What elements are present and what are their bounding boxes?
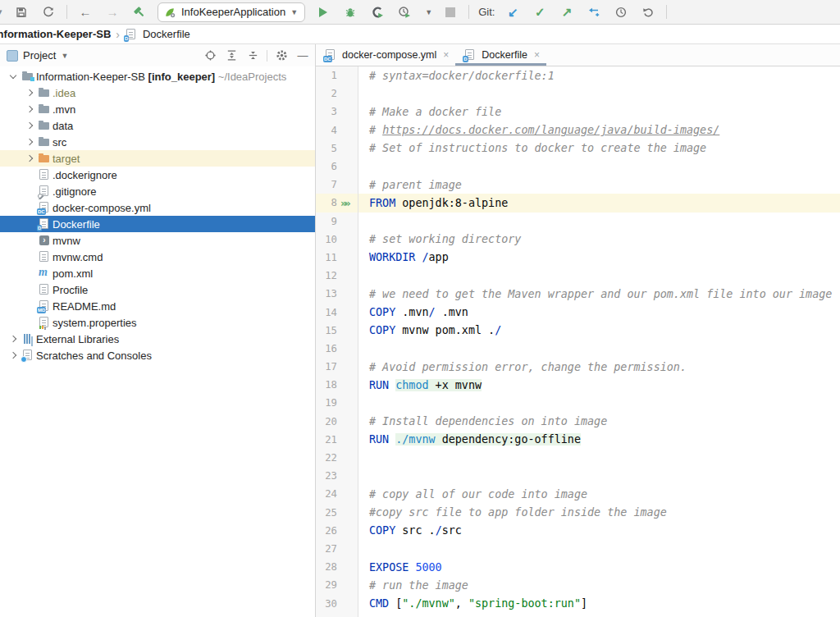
tree-item-readme-md[interactable]: MDREADME.md [0, 298, 315, 314]
git-push-button[interactable]: ↗ [558, 3, 576, 21]
tree-item-mvnw-cmd[interactable]: mvnw.cmd [0, 249, 315, 265]
code-line-10[interactable]: 10# set working directory [316, 231, 840, 249]
code-line-8[interactable]: 8»»FROM openjdk:8-alpine [316, 194, 840, 212]
code-line-29[interactable]: 29# run the image [316, 576, 840, 594]
code-line-23[interactable]: 23 [316, 467, 840, 485]
code-line-28[interactable]: 28EXPOSE 5000 [316, 558, 840, 576]
code-line-20[interactable]: 20# Install dependencies on into image [316, 413, 840, 431]
tab-dockerfile[interactable]: DDockerfile× [455, 44, 546, 66]
gutter[interactable]: 7 [316, 176, 358, 194]
code-line-24[interactable]: 24# copy all of our code into image [316, 485, 840, 503]
collapse-all-button[interactable] [245, 48, 260, 63]
gutter[interactable]: 18 [316, 376, 358, 394]
tree-item-dockerfile[interactable]: DDockerfile [0, 216, 315, 232]
git-commit-button[interactable]: ✓ [531, 3, 549, 21]
gutter[interactable]: 15 [316, 322, 358, 340]
code-line-30[interactable]: 30CMD ["./mvnw", "spring-boot:run"] [316, 594, 840, 612]
gutter[interactable]: 31 [316, 613, 358, 617]
gutter[interactable]: 22 [316, 449, 358, 467]
code-line-2[interactable]: 2 [316, 85, 840, 103]
code-line-1[interactable]: 1# syntax=docker/dockerfile:1 [316, 66, 840, 85]
tab-close-icon[interactable]: × [534, 49, 540, 61]
gutter[interactable]: 1 [316, 66, 358, 85]
git-fetch-button[interactable] [585, 3, 603, 21]
forward-button[interactable]: → [103, 3, 121, 21]
gutter[interactable]: 11 [316, 249, 358, 267]
code-line-11[interactable]: 11WORKDIR /app [316, 249, 840, 267]
run-configuration-select[interactable]: InfoKeeperApplication ▼ [158, 2, 305, 22]
tree-chevron-icon[interactable] [21, 123, 38, 128]
gutter[interactable]: 29 [316, 576, 358, 594]
tree-chevron-icon[interactable] [21, 139, 38, 144]
breadcrumb-project[interactable]: Information-Keeper-SB [0, 28, 111, 40]
stop-button[interactable] [441, 3, 459, 21]
code-line-7[interactable]: 7# parent image [316, 176, 840, 194]
gutter[interactable]: 28 [316, 558, 358, 576]
code-line-22[interactable]: 22 [316, 449, 840, 467]
gutter[interactable]: 16 [316, 340, 358, 358]
gutter[interactable]: 20 [316, 413, 358, 431]
code-line-26[interactable]: 26COPY src ./src [316, 522, 840, 540]
code-line-21[interactable]: 21RUN ./mvnw dependency:go-offline [316, 431, 840, 449]
run-with-coverage-button[interactable] [368, 3, 386, 21]
profiler-dropdown[interactable]: ▼ [422, 3, 432, 21]
tree-item-docker-compose-yml[interactable]: DCdocker-compose.yml [0, 199, 315, 216]
tree-item-data[interactable]: data [0, 117, 315, 134]
gutter[interactable]: 12 [316, 267, 358, 285]
expand-all-button[interactable] [224, 48, 239, 63]
gutter[interactable]: 6 [316, 158, 358, 176]
code-line-14[interactable]: 14COPY .mvn/ .mvn [316, 303, 840, 321]
tree-chevron-icon[interactable] [21, 90, 38, 95]
back-button[interactable]: ← [76, 3, 94, 21]
tree-item--gitignore[interactable]: .gitignore [0, 183, 315, 199]
code-line-25[interactable]: 25#copy src file to app folder inside th… [316, 504, 840, 522]
tree-chevron-icon[interactable] [5, 336, 21, 341]
gutter[interactable]: 10 [316, 231, 358, 249]
gutter[interactable]: 30 [316, 594, 358, 612]
code-line-15[interactable]: 15COPY mvnw pom.xml ./ [316, 322, 840, 340]
tree-item-system-properties[interactable]: system.properties [0, 314, 315, 331]
build-button[interactable] [130, 3, 148, 21]
tree-chevron-icon[interactable] [21, 107, 38, 112]
gutter[interactable]: 26 [316, 522, 358, 540]
code-line-3[interactable]: 3# Make a docker file [316, 103, 840, 121]
tree-item--dockerignore[interactable]: .dockerignore [0, 167, 315, 183]
code-line-6[interactable]: 6 [316, 158, 840, 176]
gutter[interactable]: 23 [316, 467, 358, 485]
code-line-9[interactable]: 9 [316, 213, 840, 231]
run-line-marker-icon[interactable]: »» [337, 197, 357, 209]
git-update-button[interactable]: ↙ [504, 3, 522, 21]
tree-chevron-icon[interactable] [5, 353, 21, 358]
tab-docker-compose-yml[interactable]: DCdocker-compose.yml× [316, 44, 455, 66]
tool-window-settings-button[interactable] [274, 48, 289, 63]
save-all-button[interactable] [12, 3, 30, 21]
gutter[interactable]: 19 [316, 394, 358, 412]
tree-item-target[interactable]: target [0, 150, 315, 167]
tree-item-scratches-and-consoles[interactable]: Scratches and Consoles [0, 347, 315, 363]
debug-button[interactable] [341, 3, 359, 21]
gutter[interactable]: 5 [316, 139, 358, 158]
tree-chevron-icon[interactable] [21, 156, 38, 161]
tree-item-procfile[interactable]: Procfile [0, 281, 315, 298]
git-history-button[interactable] [612, 3, 630, 21]
gutter[interactable]: 3 [316, 103, 358, 121]
gutter[interactable]: 9 [316, 213, 358, 231]
code-line-31[interactable]: 31 [316, 613, 840, 617]
tree-item-src[interactable]: src [0, 134, 315, 150]
code-line-16[interactable]: 16 [316, 340, 840, 358]
tree-item--mvn[interactable]: .mvn [0, 101, 315, 117]
code-line-27[interactable]: 27 [316, 540, 840, 558]
tree-item-mvnw[interactable]: ›mvnw [0, 232, 315, 249]
gutter[interactable]: 8»» [316, 194, 358, 212]
breadcrumb-file[interactable]: Dockerfile [143, 28, 190, 40]
code-line-4[interactable]: 4# https://docs.docker.com/language/java… [316, 121, 840, 139]
git-rollback-button[interactable] [639, 3, 657, 21]
gutter[interactable]: 13 [316, 285, 358, 303]
chevron-down-icon[interactable]: ▼ [61, 52, 68, 60]
tree-item-information-keeper-sb[interactable]: Information-Keeper-SB [info_keeper] ~/Id… [0, 68, 315, 85]
gutter[interactable]: 14 [316, 303, 358, 321]
tree-chevron-icon[interactable] [5, 75, 21, 78]
tree-item-pom-xml[interactable]: mpom.xml [0, 265, 315, 281]
run-button[interactable] [314, 3, 332, 21]
gutter[interactable]: 21 [316, 431, 358, 449]
